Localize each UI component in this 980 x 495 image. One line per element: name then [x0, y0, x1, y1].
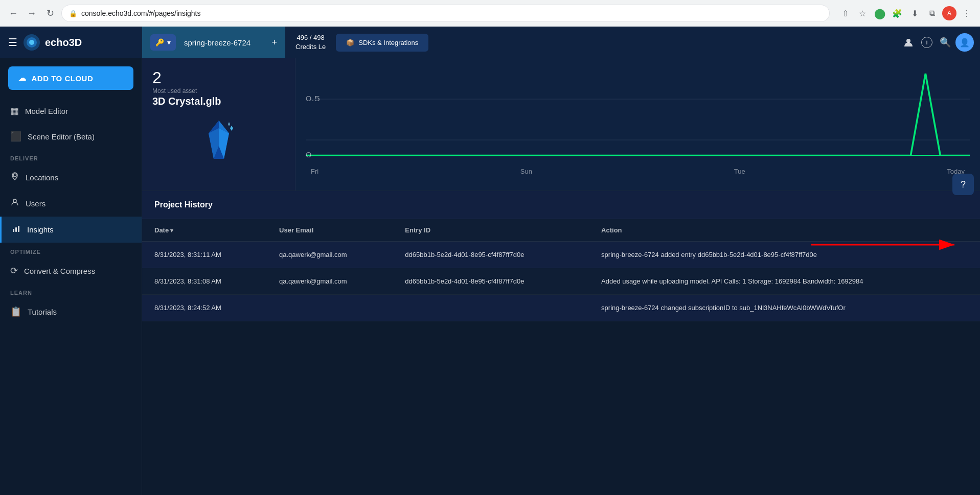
table-row: 8/31/2023, 8:31:08 AM qa.qawerk@gmail.co…: [142, 268, 980, 295]
back-button[interactable]: ←: [6, 6, 20, 20]
puzzle-icon[interactable]: 🧩: [890, 6, 904, 20]
svg-point-8: [906, 39, 910, 43]
sidebar-item-label: Model Editor: [25, 107, 68, 115]
sdk-icon: 📦: [346, 39, 354, 46]
cell-date: 8/31/2023, 8:31:08 AM: [142, 268, 267, 295]
cell-entry-id: dd65bb1b-5e2d-4d01-8e95-cf4f87ff7d0e: [393, 268, 589, 295]
chevron-down-icon: ▾: [167, 38, 171, 46]
help-button[interactable]: ?: [952, 174, 974, 195]
sidebar-item-model-editor[interactable]: ▦ Model Editor: [0, 98, 142, 124]
sidebar-item-scene-editor[interactable]: ⬛ Scene Editor (Beta): [0, 124, 142, 149]
bookmark-icon[interactable]: ☆: [855, 6, 870, 20]
chrome-avatar[interactable]: A: [942, 6, 956, 20]
svg-rect-6: [15, 227, 17, 232]
info-icon: i: [921, 37, 932, 48]
cell-entry-id: [393, 295, 589, 321]
person-icon-button[interactable]: [900, 34, 917, 51]
cell-action: spring-breeze-6724 added entry dd65bb1b-…: [589, 242, 980, 268]
sidebar-item-label: Scene Editor (Beta): [28, 132, 95, 141]
x-label-sun: Sun: [520, 168, 532, 175]
download-icon[interactable]: ⬇: [907, 6, 922, 20]
main-content: 2 Most used asset 3D Crystal.glb: [142, 58, 980, 495]
url-bar[interactable]: 🔒 console.echo3d.com/#/pages/insights: [61, 5, 830, 22]
menu-icon[interactable]: ⋮: [960, 6, 974, 20]
convert-compress-icon: ⟳: [10, 265, 18, 276]
extension-icon[interactable]: ⬤: [873, 6, 887, 20]
sidebar-item-tutorials[interactable]: 📋 Tutorials: [0, 299, 142, 324]
svg-rect-7: [18, 226, 19, 232]
cell-date: 8/31/2023, 8:24:52 AM: [142, 295, 267, 321]
svg-text:0: 0: [306, 151, 311, 159]
cell-email: [267, 295, 393, 321]
key-icon: 🔑: [155, 38, 164, 46]
history-table: Date User Email Entry ID Action 8/31/202…: [142, 219, 980, 321]
history-table-wrapper: Date User Email Entry ID Action 8/31/202…: [142, 219, 980, 321]
share-icon[interactable]: ⇧: [838, 6, 852, 20]
credits-line1: 496 / 498: [297, 33, 325, 42]
logo-icon: [22, 33, 41, 52]
info-icon-button[interactable]: i: [919, 34, 935, 51]
asset-name: 3D Crystal.glb: [152, 96, 285, 107]
main-wrapper: 🔑 ▾ spring-breeze-6724 + 496 / 498 Credi…: [142, 27, 980, 495]
project-key-button[interactable]: 🔑 ▾: [150, 34, 176, 51]
search-button[interactable]: 🔍: [937, 34, 953, 51]
learn-section-label: LEARN: [0, 284, 142, 299]
top-section: 2 Most used asset 3D Crystal.glb: [142, 58, 980, 191]
add-to-cloud-button[interactable]: ☁ ADD TO CLOUD: [8, 66, 133, 90]
history-title: Project History: [154, 200, 213, 209]
svg-point-4: [13, 199, 16, 202]
svg-point-2: [29, 40, 34, 45]
svg-rect-5: [13, 229, 14, 232]
tutorials-label: Tutorials: [28, 308, 57, 316]
chart-area: 0.5 0 Fri Sun Tue Today: [295, 58, 980, 191]
col-email: User Email: [267, 219, 393, 242]
history-header: Project History: [142, 191, 980, 219]
sidebar-item-users[interactable]: Users: [0, 191, 142, 217]
sidebar: ☰ echo3D ☁ ADD TO CLOUD ▦ Model Editor ⬛…: [0, 27, 142, 495]
scene-editor-icon: ⬛: [10, 131, 21, 142]
convert-compress-label: Convert & Compress: [24, 267, 95, 275]
deliver-section-label: DELIVER: [0, 149, 142, 164]
col-entry-id: Entry ID: [393, 219, 589, 242]
splitscreen-icon[interactable]: ⧉: [925, 6, 939, 20]
browser-bar: ← → ↻ 🔒 console.echo3d.com/#/pages/insig…: [0, 0, 980, 27]
asset-label: Most used asset: [152, 87, 285, 95]
insights-label: Insights: [27, 225, 54, 234]
asset-preview: [152, 115, 285, 167]
sidebar-item-convert-compress[interactable]: ⟳ Convert & Compress: [0, 258, 142, 284]
app-container: ☰ echo3D ☁ ADD TO CLOUD ▦ Model Editor ⬛…: [0, 27, 980, 495]
col-action: Action: [589, 219, 980, 242]
lock-icon: 🔒: [69, 10, 77, 17]
sidebar-item-insights[interactable]: Insights: [0, 217, 142, 243]
svg-text:0.5: 0.5: [306, 95, 320, 103]
insights-icon: [12, 224, 21, 235]
svg-point-3: [13, 174, 16, 177]
browser-actions: ⇧ ☆ ⬤ 🧩 ⬇ ⧉ A ⋮: [838, 6, 974, 20]
avatar-icon: 👤: [960, 38, 970, 48]
usage-chart: 0.5 0: [306, 68, 970, 171]
model-editor-icon: ▦: [10, 105, 19, 116]
cloud-upload-icon: ☁: [18, 74, 27, 83]
cell-action: Added usage while uploading model. API C…: [589, 268, 980, 295]
x-label-fri: Fri: [311, 168, 318, 175]
add-project-button[interactable]: +: [271, 37, 277, 48]
top-bar: 🔑 ▾ spring-breeze-6724 + 496 / 498 Credi…: [142, 27, 980, 58]
top-bar-right-icons: i 🔍 👤: [900, 33, 980, 52]
sdk-integrations-button[interactable]: 📦 SDKs & Integrations: [336, 34, 428, 52]
col-date[interactable]: Date: [142, 219, 267, 242]
refresh-button[interactable]: ↻: [43, 6, 57, 20]
hamburger-button[interactable]: ☰: [8, 36, 17, 49]
cell-email: qa.qawerk@gmail.com: [267, 242, 393, 268]
user-avatar[interactable]: 👤: [955, 33, 974, 52]
forward-button[interactable]: →: [25, 6, 39, 20]
sdk-label: SDKs & Integrations: [358, 39, 418, 46]
cell-action: spring-breeze-6724 changed subscriptionI…: [589, 295, 980, 321]
sidebar-item-locations[interactable]: Locations: [0, 164, 142, 191]
sidebar-logo-area: ☰ echo3D: [0, 27, 142, 58]
cell-date: 8/31/2023, 8:31:11 AM: [142, 242, 267, 268]
search-icon: 🔍: [940, 37, 951, 48]
crystal-shape: [198, 118, 239, 164]
echo3d-logo: echo3D: [22, 33, 82, 52]
x-label-tue: Tue: [734, 168, 745, 175]
asset-card: 2 Most used asset 3D Crystal.glb: [142, 58, 295, 191]
